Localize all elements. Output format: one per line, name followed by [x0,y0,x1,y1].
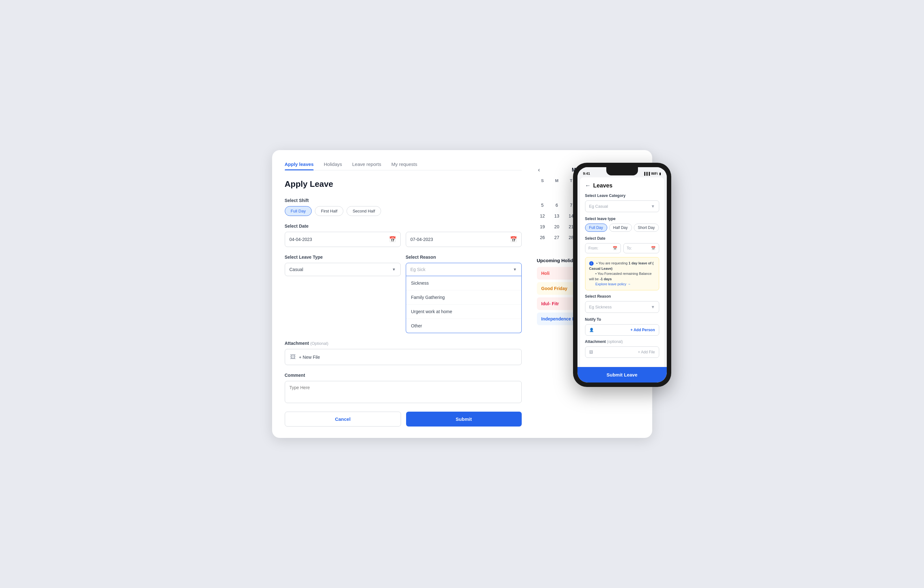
phone-shift-short-day[interactable]: Short Day [634,224,659,232]
cal-day-5[interactable]: 5 [536,200,549,210]
cal-day-20[interactable]: 20 [550,222,564,232]
phone-reason-select[interactable]: Eg Sickness ▼ [585,301,659,313]
cal-day-6[interactable]: 6 [550,200,564,210]
cancel-button[interactable]: Cancel [285,412,401,427]
phone-wrapper: 9:41 ▐▐▐ WiFi ▮ ← Leaves Select Leave Ca… [573,163,671,387]
calendar-from-icon: 📅 [389,236,396,243]
phone-info-box: i • You are requesting 1 day leave of ( … [585,257,659,290]
phone-cal-to-icon: 📅 [651,246,656,250]
main-card: Apply leaves Holidays Leave reports My r… [272,150,652,438]
attachment-file-icon: 🖼 [290,354,296,360]
cal-day-13[interactable]: 13 [550,211,564,221]
reason-label: Select Reason [406,255,522,260]
tab-holidays[interactable]: Holidays [324,161,342,170]
battery-icon: ▮ [659,172,661,175]
leave-type-group: Select Leave Type Casual ▼ [285,255,401,333]
phone-date-to[interactable]: To: 📅 [624,243,659,253]
phone-leave-category-placeholder: Eg Casual [589,204,608,209]
reason-dropdown: Sickness Family Gathering Urgent work at… [406,276,522,333]
submit-button[interactable]: Submit [406,412,522,427]
phone-notch [606,167,638,175]
comment-section: Comment [285,373,522,404]
reason-chevron-icon: ▼ [513,267,517,272]
phone-screen: 9:41 ▐▐▐ WiFi ▮ ← Leaves Select Leave Ca… [578,167,667,382]
date-from-value: 04-04-2023 [290,237,312,242]
phone-select-date-label: Select Date [585,236,659,240]
reason-option-urgent[interactable]: Urgent work at home [406,305,521,319]
phone-notify-label: Notify To [585,317,659,322]
date-row: 04-04-2023 📅 07-04-2023 📅 [285,232,522,247]
phone-back-icon[interactable]: ← [585,183,591,189]
phone-info-icon: i [589,261,594,266]
cal-day-12[interactable]: 12 [536,211,549,221]
phone-content: ← Leaves Select Leave Category Eg Casual… [580,177,664,371]
reason-option-family[interactable]: Family Gathering [406,290,521,305]
reason-select[interactable]: Eg Sick ▼ [406,263,522,276]
leave-type-select[interactable]: Casual ▼ [285,263,401,276]
reason-placeholder: Eg Sick [411,267,426,272]
phone-attachment-icon: 🖼 [589,350,593,354]
person-icon: 👤 [589,328,594,332]
attachment-box[interactable]: 🖼 + New File [285,349,522,365]
phone-explore-link[interactable]: Explore leave policy → [596,282,631,286]
phone-shift-group: Full Day Half Day Short Day [585,224,659,232]
phone-shift-full-day[interactable]: Full Day [585,224,607,232]
phone-leave-category-select[interactable]: Eg Casual ▼ [585,201,659,212]
form-row-leave: Select Leave Type Casual ▼ Select Reason… [285,255,522,333]
cal-header-m: M [550,177,564,184]
phone-shift-half-day[interactable]: Half Day [609,224,632,232]
attachment-new-file: + New File [299,355,320,360]
phone-add-person[interactable]: + Add Person [630,328,655,332]
comment-textarea[interactable] [285,381,522,403]
phone-submit-button[interactable]: Submit Leave [578,367,667,382]
leave-type-value: Casual [290,267,304,272]
phone-leave-type-label: Select leave type [585,217,659,221]
signal-icon: ▐▐▐ [643,172,650,175]
date-label: Select Date [285,224,522,229]
phone-shell: 9:41 ▐▐▐ WiFi ▮ ← Leaves Select Leave Ca… [573,163,671,387]
left-panel: Apply leaves Holidays Leave reports My r… [285,161,522,427]
date-to-value: 07-04-2023 [411,237,433,242]
shift-second-half[interactable]: Second Half [346,206,381,216]
phone-back-row: ← Leaves [585,183,659,189]
cal-day-27[interactable]: 27 [550,232,564,242]
phone-info-bold2: -1 days [600,277,612,281]
phone-date-row: From: 📅 To: 📅 [585,243,659,253]
attachment-section-label: Attachment (Optional) [285,341,522,346]
leave-type-chevron-icon: ▼ [392,267,396,272]
tab-leave-reports[interactable]: Leave reports [352,161,381,170]
shift-first-half[interactable]: First Half [315,206,343,216]
phone-screen-title: Leaves [593,183,613,189]
phone-add-file: + Add File [638,350,655,354]
phone-info-line2-prefix: • You Forecasted remaining Balance will … [589,272,652,281]
tabs-bar: Apply leaves Holidays Leave reports My r… [285,161,522,170]
date-to[interactable]: 07-04-2023 📅 [406,232,522,247]
reason-option-other[interactable]: Other [406,319,521,333]
phone-date-from[interactable]: From: 📅 [585,243,621,253]
wifi-icon: WiFi [651,172,658,175]
phone-reason-placeholder: Eg Sickness [589,305,612,310]
phone-attachment-row[interactable]: 🖼 + Add File [585,346,659,358]
phone-reason-label: Select Reason [585,294,659,298]
phone-reason-chevron-icon: ▼ [651,305,655,310]
phone-info-line1-prefix: • You are requesting [596,261,629,265]
cal-day-26[interactable]: 26 [536,232,549,242]
phone-attachment-label: Attachment (optional) [585,339,659,344]
phone-leave-category-label: Select Leave Category [585,193,659,198]
shift-label: Select Shift [285,198,522,203]
tab-apply-leaves[interactable]: Apply leaves [285,161,314,170]
shift-full-day[interactable]: Full Day [285,206,312,216]
tab-my-requests[interactable]: My requests [391,161,417,170]
phone-to-label: To: [627,246,632,250]
reason-group: Select Reason Eg Sick ▼ Sickness Family … [406,255,522,333]
cal-day-19[interactable]: 19 [536,222,549,232]
reason-option-sickness[interactable]: Sickness [406,276,521,290]
phone-time: 9:41 [583,171,590,175]
phone-category-chevron-icon: ▼ [651,204,655,209]
cal-day-empty2 [550,185,564,199]
cal-prev-button[interactable]: ‹ [538,166,540,173]
date-from[interactable]: 04-04-2023 📅 [285,232,401,247]
action-row: Cancel Submit [285,412,522,427]
phone-from-label: From: [589,246,598,250]
phone-status-icons: ▐▐▐ WiFi ▮ [643,172,661,175]
